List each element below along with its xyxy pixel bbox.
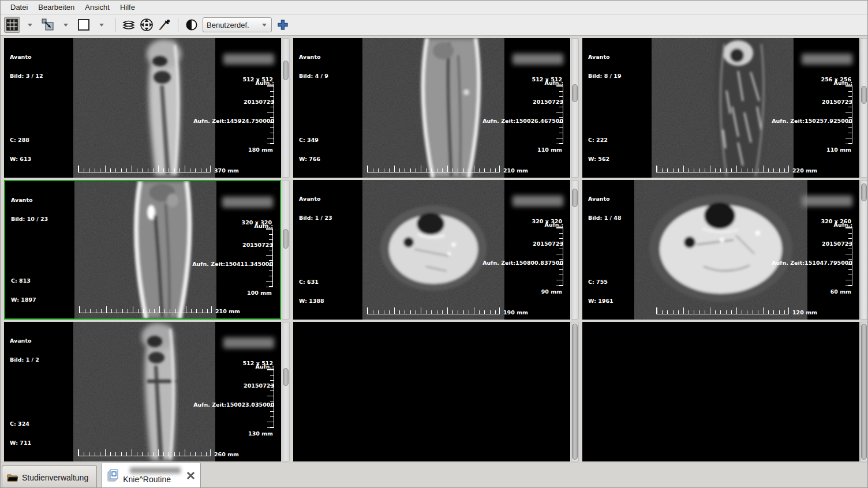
image-viewport-selected[interactable]: Avanto Bild: 10 / 23 Aufn.: 20150723 Auf… xyxy=(4,180,281,320)
series-scrollbar[interactable] xyxy=(282,180,290,320)
matrix-size: 320 x 320 xyxy=(242,219,272,226)
scrollbar-thumb[interactable] xyxy=(861,324,867,459)
menu-datei[interactable]: Datei xyxy=(5,1,33,13)
series-scrollbar[interactable] xyxy=(571,38,579,178)
tab-knie-routine[interactable]: Knie^Routine xyxy=(101,463,201,488)
contrast-button[interactable] xyxy=(184,17,200,33)
tab-label: Studienverwaltung xyxy=(22,473,88,482)
image-viewport[interactable]: Avanto Bild: 4 / 9 Aufn.: 20150723 Aufn.… xyxy=(293,38,570,178)
pan-icon xyxy=(139,17,154,32)
matrix-size: 512 x 512 xyxy=(243,360,273,366)
menu-ansicht[interactable]: Ansicht xyxy=(80,1,115,13)
matrix-size: 256 x 256 xyxy=(821,76,851,82)
menu-hilfe[interactable]: Hilfe xyxy=(115,1,140,13)
acq-time: Aufn. Zeit:150026.467500 xyxy=(482,118,563,124)
window-value: W: 1961 xyxy=(588,298,613,304)
scrollbar-thumb[interactable] xyxy=(283,368,289,386)
scanner-label: Avanto xyxy=(588,196,622,202)
window-value: W: 711 xyxy=(10,440,33,446)
acq-time: Aufn. Zeit:150023.035000 xyxy=(193,401,274,408)
tile-info-topleft: Avanto Bild: 1 / 48 xyxy=(588,183,622,234)
pipette-button[interactable] xyxy=(156,17,173,33)
add-preset-button[interactable] xyxy=(275,17,291,33)
image-counter: Bild: 4 / 9 xyxy=(299,73,328,79)
window-value: W: 613 xyxy=(10,156,33,162)
matrix-size: 512 x 512 xyxy=(532,76,562,82)
empty-viewport[interactable] xyxy=(582,322,859,461)
tile-info-topleft: Avanto Bild: 3 / 12 xyxy=(10,41,43,92)
patient-name-redacted xyxy=(802,54,852,65)
patient-name-redacted xyxy=(223,337,274,348)
horizontal-scale-label: 220 mm xyxy=(792,167,817,174)
scrollbar-thumb[interactable] xyxy=(572,84,578,102)
tile-info-topright: Aufn.: 20150723 Aufn. Zeit:150800.837500 xyxy=(482,183,563,279)
layers-button[interactable] xyxy=(121,17,137,33)
series-scrollbar[interactable] xyxy=(282,322,290,461)
chevron-down-icon xyxy=(261,22,268,27)
tab-studienverwaltung[interactable]: Studienverwaltung xyxy=(2,466,97,488)
scrollbar-thumb[interactable] xyxy=(572,189,578,207)
scrollbar-thumb[interactable] xyxy=(861,183,867,201)
pan-button[interactable] xyxy=(139,17,155,33)
scrollbar-thumb[interactable] xyxy=(283,229,289,249)
image-viewport[interactable]: Avanto Bild: 8 / 19 Aufn.: 20150723 Aufn… xyxy=(582,38,859,178)
toolbar-separator xyxy=(178,18,178,32)
contrast-icon xyxy=(185,18,198,31)
acq-time: Aufn. Zeit:151047.795000 xyxy=(772,260,852,266)
horizontal-ruler xyxy=(656,166,789,172)
series-scrollbar[interactable] xyxy=(860,38,868,178)
close-tab-button[interactable] xyxy=(186,471,195,480)
tile-info-topleft: Avanto Bild: 8 / 19 xyxy=(588,41,622,92)
series-scrollbar[interactable] xyxy=(860,322,868,461)
series-scrollbar[interactable] xyxy=(282,38,290,178)
toolbar-separator xyxy=(115,18,115,32)
matrix-size: 320 x 260 xyxy=(821,218,851,224)
grid-layout-button[interactable] xyxy=(4,17,20,33)
center-value: C: 349 xyxy=(299,137,322,143)
viewport-cell xyxy=(582,322,868,461)
series-layout-button[interactable] xyxy=(40,17,56,33)
tab-text: Knie^Routine xyxy=(123,467,181,484)
horizontal-scale-label: 210 mm xyxy=(503,167,528,174)
acq-time: Aufn. Zeit:145924.750000 xyxy=(193,118,274,124)
vertical-scale-label: 100 mm xyxy=(247,290,272,296)
series-layout-dropdown[interactable] xyxy=(58,17,74,33)
horizontal-scale-label: 190 mm xyxy=(503,309,528,316)
application-window: Datei Bearbeiten Ansicht Hilfe xyxy=(0,0,868,488)
series-scrollbar[interactable] xyxy=(860,180,868,320)
scrollbar-thumb[interactable] xyxy=(283,61,289,80)
scrollbar-thumb[interactable] xyxy=(861,86,867,104)
tile-info-bottomleft: C: 813 W: 1897 xyxy=(11,265,36,316)
vertical-ruler xyxy=(266,228,273,287)
window-value: W: 562 xyxy=(588,156,611,162)
series-scrollbar[interactable] xyxy=(571,322,579,461)
menu-bearbeiten[interactable]: Bearbeiten xyxy=(33,1,80,13)
vertical-scale-label: 130 mm xyxy=(248,430,273,437)
vertical-ruler xyxy=(845,85,852,144)
image-viewport[interactable]: Avanto Bild: 1 / 48 Aufn.: 20150723 Aufn… xyxy=(582,180,859,320)
tile-info-bottomleft: C: 631 W: 1388 xyxy=(299,266,324,317)
vertical-ruler xyxy=(556,227,563,286)
single-image-button[interactable] xyxy=(76,17,92,33)
tab-label: Knie^Routine xyxy=(123,475,171,484)
acq-date: 20150723 xyxy=(772,241,852,247)
grid-layout-dropdown[interactable] xyxy=(22,17,38,33)
series-scrollbar[interactable] xyxy=(571,180,579,320)
vertical-scale-label: 110 mm xyxy=(537,147,562,153)
scrollbar-thumb[interactable] xyxy=(572,324,578,459)
image-viewport[interactable]: Avanto Bild: 3 / 12 Aufn.: 20150723 Aufn… xyxy=(4,38,281,178)
single-image-dropdown[interactable] xyxy=(93,17,110,33)
preset-combobox[interactable]: Benutzerdef. xyxy=(203,17,272,32)
tile-info-bottomleft: C: 324 W: 711 xyxy=(10,408,33,459)
center-value: C: 755 xyxy=(588,279,613,285)
tile-info-bottomleft: C: 222 W: 562 xyxy=(588,124,611,175)
empty-viewport[interactable] xyxy=(293,322,570,461)
tile-info-topright: Aufn.: 20150723 Aufn. Zeit:151047.795000 xyxy=(772,183,852,279)
tile-info-bottomleft: C: 288 W: 613 xyxy=(10,124,33,175)
patient-name-redacted xyxy=(512,196,563,207)
tile-info-topright: Aufn.: 20150723 Aufn. Zeit:150023.035000 xyxy=(193,325,274,421)
image-viewport[interactable]: Avanto Bild: 1 / 23 Aufn.: 20150723 Aufn… xyxy=(293,180,570,320)
center-value: C: 222 xyxy=(588,137,611,143)
image-counter: Bild: 10 / 23 xyxy=(11,216,48,222)
image-viewport[interactable]: Avanto Bild: 1 / 2 Aufn.: 20150723 Aufn.… xyxy=(4,322,281,461)
